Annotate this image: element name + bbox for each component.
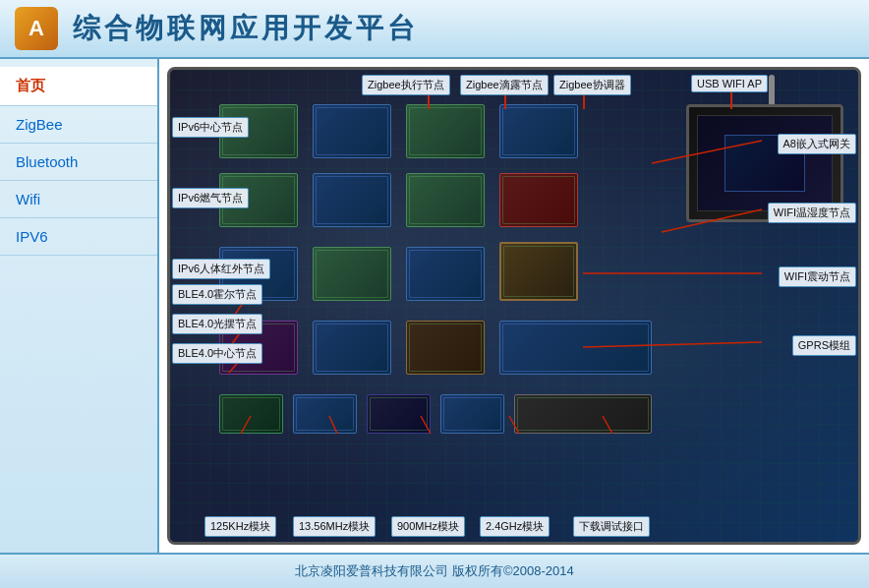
pcb-module-12 — [499, 242, 578, 301]
label-zigbee-drop: Zigbee滴露节点 — [460, 75, 549, 95]
label-ipv6-infrared: IPv6人体红外节点 — [172, 259, 270, 279]
label-ipv6-center: IPv6中心节点 — [172, 117, 249, 138]
label-wifi-temp: WIFI温湿度节点 — [768, 203, 856, 223]
label-download: 下载调试接口 — [573, 516, 650, 537]
label-zigbee-execute: Zigbee执行节点 — [362, 75, 450, 95]
sidebar-item-bluetooth[interactable]: Bluetooth — [0, 144, 157, 181]
sidebar-item-ipv6[interactable]: IPV6 — [0, 218, 157, 256]
label-usb-wifi: USB WIFI AP — [691, 75, 768, 92]
label-a8-gateway: A8嵌入式网关 — [778, 134, 856, 154]
label-24ghz: 2.4GHz模块 — [480, 516, 550, 537]
board-container: Zigbee执行节点 Zigbee滴露节点 Zigbee协调器 USB WIFI… — [167, 67, 861, 545]
label-gprs: GPRS模组 — [792, 335, 856, 356]
sidebar: 首页 ZigBee Bluetooth Wifi IPV6 — [0, 59, 159, 553]
pcb-module-bot-3 — [367, 394, 431, 434]
label-1356mhz: 13.56MHz模块 — [293, 516, 376, 537]
logo-letter: A — [29, 16, 44, 41]
sidebar-item-zigbee[interactable]: ZigBee — [0, 106, 157, 144]
content-area: Zigbee执行节点 Zigbee滴露节点 Zigbee协调器 USB WIFI… — [159, 59, 869, 553]
footer-text: 北京凌阳爱普科技有限公司 版权所有©2008-2014 — [295, 562, 573, 580]
footer: 北京凌阳爱普科技有限公司 版权所有©2008-2014 — [0, 553, 869, 588]
pcb-module-11 — [406, 247, 485, 301]
sidebar-item-home[interactable]: 首页 — [0, 67, 157, 106]
sidebar-item-wifi[interactable]: Wifi — [0, 181, 157, 218]
pcb-module-bot-1 — [219, 394, 283, 434]
label-zigbee-coord: Zigbee协调器 — [553, 75, 631, 95]
pcb-module-2 — [313, 104, 391, 158]
pcb-module-15 — [406, 321, 485, 375]
pcb-module-8 — [499, 173, 578, 227]
pcb-module-10 — [313, 247, 391, 301]
pcb-module-16 — [499, 321, 652, 375]
pcb-module-3 — [406, 104, 485, 158]
pcb-module-7 — [406, 173, 485, 227]
label-ble-light: BLE4.0光摆节点 — [172, 314, 262, 334]
header: A 综合物联网应用开发平台 — [0, 0, 869, 59]
pcb-module-bot-2 — [293, 394, 357, 434]
label-900mhz: 900MHz模块 — [391, 516, 465, 537]
label-ble-center: BLE4.0中心节点 — [172, 343, 262, 364]
pcb-module-bot-5 — [514, 394, 652, 434]
label-ble-hall: BLE4.0霍尔节点 — [172, 284, 262, 305]
pcb-module-4 — [499, 104, 578, 158]
pcb-module-14 — [313, 321, 391, 375]
header-title: 综合物联网应用开发平台 — [73, 10, 419, 47]
pcb-module-6 — [313, 173, 391, 227]
label-ipv6-gas: IPv6燃气节点 — [172, 188, 249, 208]
label-wifi-vibration: WIFI震动节点 — [779, 266, 856, 287]
screen-display — [697, 115, 833, 211]
pcb-module-bot-4 — [440, 394, 504, 434]
label-125khz: 125KHz模块 — [204, 516, 276, 537]
main-layout: 首页 ZigBee Bluetooth Wifi IPV6 — [0, 59, 869, 553]
logo: A — [15, 7, 58, 50]
